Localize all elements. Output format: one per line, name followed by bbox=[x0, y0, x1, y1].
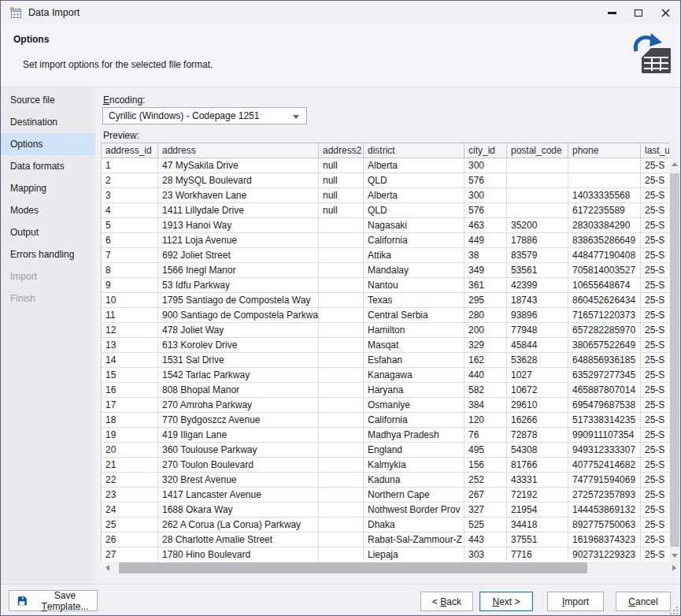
vertical-scrollbar-thumb[interactable] bbox=[670, 173, 679, 547]
scroll-down-button[interactable] bbox=[669, 549, 680, 562]
vertical-scrollbar[interactable] bbox=[669, 158, 680, 562]
cell-district: Esfahan bbox=[364, 353, 464, 368]
cell-last-update: 25-S bbox=[641, 323, 669, 338]
cell-city-id: 156 bbox=[464, 458, 507, 473]
table-row: 228 MySQL BoulevardnullQLD57625-S bbox=[102, 173, 669, 188]
column-header-district[interactable]: district bbox=[364, 143, 464, 158]
cell-address: 1121 Loja Avenue bbox=[158, 233, 319, 248]
cell-postal-code: 1027 bbox=[507, 368, 568, 383]
sidebar-item-modes[interactable]: Modes bbox=[1, 199, 95, 221]
cell-address2 bbox=[319, 488, 364, 503]
cell-address: 692 Joliet Street bbox=[158, 248, 319, 263]
cancel-label: Cancel bbox=[628, 596, 657, 607]
cell-postal-code bbox=[507, 158, 568, 173]
next-label: Next > bbox=[492, 596, 520, 607]
sidebar-item-errors-handling[interactable]: Errors handling bbox=[1, 243, 95, 265]
table-row: 241688 Okara WayNothwest Border Prov3272… bbox=[102, 503, 669, 518]
cell-address-id: 5 bbox=[102, 218, 158, 233]
cell-address-id: 24 bbox=[102, 503, 158, 518]
horizontal-scrollbar[interactable] bbox=[101, 562, 680, 574]
column-header-city-id[interactable]: city_id bbox=[464, 143, 507, 158]
save-template-button[interactable]: Save Template... bbox=[9, 590, 98, 611]
sidebar-item-destination[interactable]: Destination bbox=[1, 111, 95, 133]
table-row: 21270 Toulon BoulevardKalmykia1568176640… bbox=[102, 458, 669, 473]
cell-postal-code: 34418 bbox=[507, 518, 568, 533]
cell-address: 270 Amroha Parkway bbox=[158, 398, 319, 413]
minimize-button[interactable] bbox=[598, 1, 625, 24]
cell-last-update: 25-S bbox=[641, 248, 669, 263]
wizard-header: Options Set import options for the selec… bbox=[1, 24, 680, 87]
cell-phone: 161968374323 bbox=[568, 533, 641, 547]
cell-address-id: 7 bbox=[102, 248, 158, 263]
cell-address-id: 15 bbox=[102, 368, 158, 383]
cell-address: 23 Workhaven Lane bbox=[158, 188, 319, 203]
cell-postal-code: 35200 bbox=[507, 218, 568, 233]
cell-district: Alberta bbox=[364, 158, 464, 173]
next-button[interactable]: Next > bbox=[479, 592, 533, 611]
cell-postal-code bbox=[507, 188, 568, 203]
cell-address: 1780 Hino Boulevard bbox=[158, 547, 319, 562]
cell-address2 bbox=[319, 443, 364, 458]
close-button[interactable] bbox=[652, 1, 679, 24]
cell-postal-code: 18743 bbox=[507, 293, 568, 308]
table-row: 25262 A Corua (La Corua) ParkwayDhaka525… bbox=[102, 518, 669, 533]
import-button[interactable]: Import bbox=[547, 592, 604, 611]
column-header-address-id[interactable]: address_id bbox=[102, 143, 158, 158]
scroll-up-button[interactable] bbox=[669, 158, 680, 170]
sidebar-item-mapping[interactable]: Mapping bbox=[1, 177, 95, 199]
table-row: 147 MySakila DrivenullAlberta30025-S bbox=[102, 158, 669, 173]
cell-phone: 10655648674 bbox=[568, 278, 641, 293]
cell-city-id: 280 bbox=[464, 308, 507, 323]
table-row: 20360 Toulouse ParkwayEngland49554308949… bbox=[102, 443, 669, 458]
cell-last-update: 25-S bbox=[641, 158, 669, 173]
sidebar-item-source-file[interactable]: Source file bbox=[1, 89, 95, 111]
sidebar-item-data-formats[interactable]: Data formats bbox=[1, 155, 95, 177]
options-panel: Encoding: Cyrillic (Windows) - Codepage … bbox=[95, 87, 680, 584]
maximize-button[interactable] bbox=[625, 1, 652, 24]
cell-last-update: 25-S bbox=[641, 503, 669, 518]
cell-last-update: 25-S bbox=[641, 293, 669, 308]
scroll-right-button[interactable] bbox=[668, 562, 680, 574]
column-header-address[interactable]: address bbox=[158, 143, 319, 158]
scroll-left-button[interactable] bbox=[101, 562, 113, 574]
sidebar-item-finish: Finish bbox=[1, 288, 95, 310]
cell-address: 770 Bydgoszcz Avenue bbox=[158, 413, 319, 428]
cell-phone: 648856936185 bbox=[568, 353, 641, 368]
cell-address2: null bbox=[319, 203, 364, 218]
cell-postal-code: 54308 bbox=[507, 443, 568, 458]
cell-phone: 517338314235 bbox=[568, 413, 641, 428]
table-row: 22320 Brest AvenueKaduna2524333174779159… bbox=[102, 473, 669, 488]
cell-address: 419 Iligan Lane bbox=[158, 428, 319, 443]
cell-phone bbox=[568, 173, 641, 188]
cell-address-id: 25 bbox=[102, 518, 158, 533]
cell-district: Osmaniye bbox=[364, 398, 464, 413]
cell-address: 613 Korolev Drive bbox=[158, 338, 319, 353]
cell-district: QLD bbox=[364, 173, 464, 188]
preview-label: Preview: bbox=[103, 130, 139, 141]
cell-phone: 6172235589 bbox=[568, 203, 641, 218]
sidebar-item-options[interactable]: Options bbox=[1, 133, 95, 155]
table-row: 41411 Lillydale DrivenullQLD576617223558… bbox=[102, 203, 669, 218]
cell-address-id: 6 bbox=[102, 233, 158, 248]
cell-district: QLD bbox=[364, 203, 464, 218]
cell-address-id: 27 bbox=[102, 547, 158, 562]
table-row: 17270 Amroha ParkwayOsmaniye384296106954… bbox=[102, 398, 669, 413]
horizontal-scrollbar-thumb[interactable] bbox=[119, 562, 587, 573]
cell-address2: null bbox=[319, 158, 364, 173]
cell-last-update: 25-S bbox=[641, 218, 669, 233]
column-header-address2[interactable]: address2 bbox=[319, 143, 364, 158]
cell-address2 bbox=[319, 547, 364, 562]
preview-grid: address_idaddressaddress2districtcity_id… bbox=[101, 143, 669, 562]
column-header-postal-code[interactable]: postal_code bbox=[507, 143, 568, 158]
chevron-down-icon bbox=[293, 115, 299, 119]
cell-district: Texas bbox=[364, 293, 464, 308]
sidebar-item-output[interactable]: Output bbox=[1, 221, 95, 243]
column-header-last-update[interactable]: last_update bbox=[641, 143, 669, 158]
back-button[interactable]: < Back bbox=[420, 592, 473, 611]
encoding-select[interactable]: Cyrillic (Windows) - Codepage 1251 bbox=[102, 107, 307, 124]
cell-city-id: 525 bbox=[464, 518, 507, 533]
cell-postal-code: 53561 bbox=[507, 263, 568, 278]
cancel-button[interactable]: Cancel bbox=[616, 592, 671, 611]
column-header-phone[interactable]: phone bbox=[568, 143, 641, 158]
resize-grip[interactable] bbox=[669, 606, 679, 615]
